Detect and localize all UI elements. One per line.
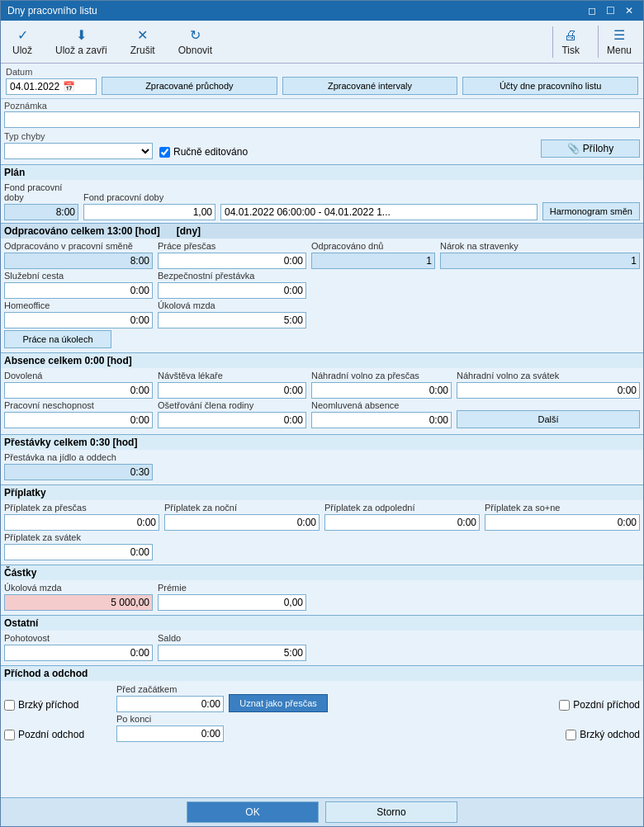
typ-chyby-select[interactable] — [4, 143, 153, 159]
priplatek-prescas-label: Příplatek za přesčas — [4, 503, 159, 513]
menu-button[interactable]: ☰ Menu — [598, 26, 637, 58]
pracovni-neschopnost-input[interactable]: 0:00 — [4, 412, 153, 428]
priplatky-header: Příplatky — [1, 484, 643, 500]
cancel-icon: ✕ — [137, 27, 148, 43]
cancel-button[interactable]: ✕ Zrušit — [125, 26, 160, 58]
sluzebni-cesta-label: Služební cesta — [4, 271, 153, 281]
ucty-dne-button[interactable]: Účty dne pracovního listu — [462, 77, 638, 95]
po-konci-input[interactable]: 0:00 — [116, 725, 224, 742]
print-button[interactable]: 🖨 Tisk — [552, 26, 585, 58]
prestavka-jidlo-input[interactable]: 0:30 — [4, 464, 153, 480]
prestavky-section: Přestávky celkem 0:30 [hod] Přestávka na… — [1, 434, 643, 483]
narok-stravenky-input[interactable]: 1 — [440, 253, 640, 269]
pozdni-prichod-checkbox[interactable] — [559, 700, 570, 711]
homeoffice-label: Homeoffice — [4, 300, 153, 310]
priplatek-odpoledni-input[interactable]: 0:00 — [324, 514, 480, 531]
menu-icon: ☰ — [613, 27, 625, 43]
homeoffice-input[interactable]: 0:00 — [4, 312, 153, 328]
dalsi-button[interactable]: Další — [457, 410, 640, 428]
harmonogram-range: 04.01.2022 06:00:00 - 04.01.2022 1... — [220, 204, 537, 220]
form-content: Datum 04.01.2022 📅 Zpracované průchody Z… — [1, 64, 643, 797]
prace-na-ukolech-button[interactable]: Práce na úkolech — [4, 330, 111, 348]
ukolova-mzda-od-label: Úkolová mzda — [158, 300, 306, 310]
pracovni-smena-input[interactable]: 8:00 — [4, 253, 153, 269]
odpracovano-dnu-input[interactable]: 1 — [311, 253, 435, 269]
prace-prescas-label: Práce přesčas — [158, 241, 306, 251]
priplatek-sone-label: Příplatek za so+ne — [485, 503, 640, 513]
close-button[interactable]: ✕ — [622, 5, 637, 17]
save-close-icon: ⬇ — [76, 27, 87, 43]
priplatek-sone-input[interactable]: 0:00 — [485, 514, 640, 531]
pozdni-odchod-label: Pozdní odchod — [18, 729, 84, 740]
main-window: Dny pracovního listu ◻ ☐ ✕ ✓ Ulož ⬇ Ulož… — [0, 0, 644, 827]
castky-ukolova-input[interactable]: 5 000,00 — [4, 594, 153, 611]
priplatek-svatek-label: Příplatek za svátek — [4, 532, 153, 542]
brzky-prichod-label: Brzký příchod — [18, 699, 78, 711]
neomluvena-absence-input[interactable]: 0:00 — [311, 412, 452, 428]
pozdni-odchod-row: Pozdní odchod — [4, 729, 111, 740]
ok-button[interactable]: OK — [187, 801, 319, 823]
nahradni-volno-svatek-label: Náhradní volno za svátek — [457, 371, 640, 380]
pracovni-smena-label: Odpracováno v pracovní směně — [4, 241, 153, 251]
saldo-input[interactable]: 5:00 — [158, 645, 306, 661]
dovolena-input[interactable]: 0:00 — [4, 382, 153, 399]
brzky-prichod-row: Brzký příchod — [4, 699, 111, 711]
zpracovane-pruchody-button[interactable]: Zpracované průchody — [102, 77, 277, 95]
prilohy-button[interactable]: 📎 Přílohy — [541, 139, 640, 158]
priplatek-nocni-input[interactable]: 0:00 — [164, 514, 320, 531]
print-icon: 🖨 — [564, 28, 577, 43]
nahradni-volno-prescas-label: Náhradní volno za přesčas — [311, 371, 452, 380]
fond1-input[interactable]: 8:00 — [4, 204, 78, 220]
ukolova-mzda-od-input[interactable]: 5:00 — [158, 312, 306, 328]
prichod-odchod-header: Příchod a odchod — [1, 665, 643, 681]
pracovni-neschopnost-label: Pracovní neschopnost — [4, 400, 153, 410]
plan-section: Plán Fond pracovní doby 8:00 Fond pracov… — [1, 164, 643, 223]
sluzebni-cesta-input[interactable]: 0:00 — [4, 282, 153, 299]
odpracovano-section: Odpracováno celkem 13:00 [hod] [dny] Odp… — [1, 223, 643, 351]
prace-prescas-input[interactable]: 0:00 — [158, 253, 306, 269]
pozdni-prichod-label: Pozdní příchod — [573, 699, 640, 711]
paperclip-icon: 📎 — [567, 143, 580, 154]
datum-input[interactable]: 04.01.2022 📅 — [6, 78, 97, 95]
navsteva-lekare-label: Návštěva lékaře — [158, 371, 306, 380]
restore-button[interactable]: ◻ — [585, 5, 599, 17]
priplatek-svatek-input[interactable]: 0:00 — [4, 544, 153, 560]
brzky-odchod-checkbox[interactable] — [566, 730, 576, 740]
pohotovost-input[interactable]: 0:00 — [4, 645, 153, 661]
refresh-icon: ↻ — [190, 27, 201, 43]
pozdni-odchod-checkbox[interactable] — [4, 730, 15, 740]
save-button[interactable]: ✓ Ulož — [7, 26, 37, 58]
priplatky-section: Příplatky Příplatek za přesčas 0:00 Příp… — [1, 484, 643, 563]
nahradni-volno-prescas-input[interactable]: 0:00 — [311, 382, 452, 399]
premie-label: Prémie — [158, 583, 306, 593]
uznat-jako-prescas-button[interactable]: Uznat jako přesčas — [229, 694, 328, 712]
pred-zacatkem-input[interactable]: 0:00 — [116, 696, 224, 712]
minimize-button[interactable]: ☐ — [603, 5, 618, 17]
premie-input[interactable]: 0,00 — [158, 594, 306, 611]
rucne-editovano-checkbox[interactable] — [159, 147, 170, 158]
priplatek-prescas-input[interactable]: 0:00 — [4, 514, 159, 531]
poznamka-input[interactable] — [4, 111, 640, 128]
poznamka-label: Poznámka — [4, 101, 640, 111]
ostatni-section: Ostatní Pohotovost 0:00 Saldo 5:00 — [1, 615, 643, 664]
pohotovost-label: Pohotovost — [4, 633, 153, 643]
osetrovani-input[interactable]: 0:00 — [158, 412, 306, 428]
calendar-icon[interactable]: 📅 — [63, 81, 75, 92]
dovolena-label: Dovolená — [4, 371, 153, 380]
storno-button[interactable]: Storno — [325, 801, 457, 823]
prestavky-header: Přestávky celkem 0:30 [hod] — [1, 434, 643, 450]
nahradni-volno-svatek-input[interactable]: 0:00 — [457, 382, 640, 399]
zpracovane-intervaly-button[interactable]: Zpracované intervaly — [282, 77, 458, 95]
rucne-editovano-row: Ručně editováno — [159, 146, 248, 158]
brzky-prichod-checkbox[interactable] — [4, 700, 15, 711]
refresh-button[interactable]: ↻ Obnovit — [173, 26, 217, 58]
bezpecnostni-prestav-label: Bezpečnostní přestávka — [158, 271, 306, 281]
window-title: Dny pracovního listu — [7, 5, 97, 17]
harmonogram-smen-button[interactable]: Harmonogram směn — [542, 202, 640, 220]
navsteva-lekare-input[interactable]: 0:00 — [158, 382, 306, 399]
odpracovano-header: Odpracováno celkem 13:00 [hod] — [4, 225, 160, 237]
narok-stravenky-label: Nárok na stravenky — [440, 241, 640, 251]
fond2-input[interactable]: 1,00 — [83, 204, 215, 220]
save-close-button[interactable]: ⬇ Ulož a zavři — [50, 26, 112, 58]
bezpecnostni-prestav-input[interactable]: 0:00 — [158, 282, 306, 299]
